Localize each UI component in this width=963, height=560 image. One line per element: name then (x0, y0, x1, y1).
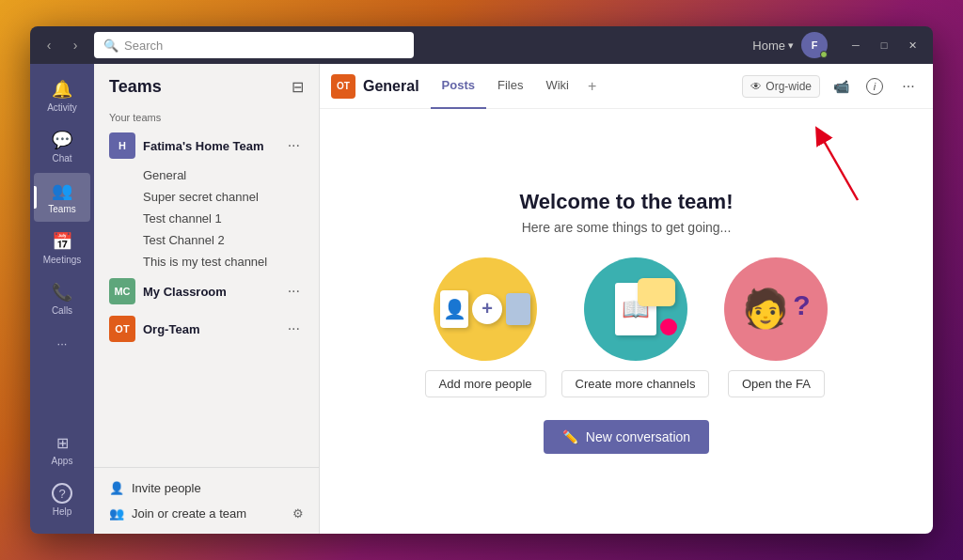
close-button[interactable]: ✕ (899, 34, 925, 56)
nav-forward-button[interactable]: › (64, 34, 87, 56)
sidebar-item-calls[interactable]: 📞 Calls (34, 274, 90, 323)
main-area: OT General Posts Files Wiki + 👁 Org-wide (320, 64, 933, 534)
activity-icon: 🔔 (52, 79, 72, 100)
invite-label: Invite people (132, 481, 201, 495)
channel-item-test1[interactable]: Test channel 1 (98, 208, 315, 229)
invite-people-button[interactable]: 👤 Invite people (105, 475, 308, 501)
team-item-fatima[interactable]: H Fatima's Home Team ··· (98, 127, 315, 164)
new-conversation-button[interactable]: ✏️ New conversation (544, 420, 709, 454)
tab-add-button[interactable]: + (580, 78, 604, 95)
avatar[interactable]: F (801, 32, 828, 58)
sidebar-label-help: Help (53, 506, 72, 517)
channel-item-general[interactable]: General (98, 164, 315, 186)
add-people-button[interactable]: Add more people (425, 370, 546, 397)
nav-buttons: ‹ › (38, 34, 87, 56)
minimize-button[interactable]: ─ (843, 34, 869, 56)
filter-icon[interactable]: ⊟ (292, 78, 304, 96)
header-actions: 👁 Org-wide 📹 i ··· (742, 73, 922, 100)
teams-footer: 👤 Invite people 👥 Join or create a team … (94, 467, 319, 534)
team-item-classroom[interactable]: MC My Classroom ··· (98, 272, 315, 310)
sidebar-item-activity[interactable]: 🔔 Activity (34, 71, 90, 120)
search-icon: 🔍 (103, 39, 118, 53)
join-icon: 👥 (109, 506, 124, 521)
sidebar-item-more[interactable]: ··· (34, 325, 90, 361)
channel-tabs: Posts Files Wiki + (431, 64, 605, 109)
presence-badge (820, 51, 828, 58)
teams-icon: 👥 (52, 180, 72, 201)
team-more-button-classroom[interactable]: ··· (284, 281, 304, 302)
more-options-button[interactable]: ··· (895, 73, 922, 100)
more-options-icon: ··· (902, 78, 914, 95)
sidebar-item-meetings[interactable]: 📅 Meetings (34, 224, 90, 272)
search-bar[interactable]: 🔍 Search (94, 32, 414, 58)
titlebar: ‹ › 🔍 Search Home ▾ F ─ □ ✕ (30, 26, 933, 64)
window-controls: ─ □ ✕ (843, 34, 925, 56)
channel-team-avatar: OT (331, 74, 355, 99)
chat-icon: 💬 (52, 130, 72, 150)
create-channels-illustration: 📖 (584, 257, 687, 361)
sidebar-item-teams[interactable]: 👥 Teams (34, 173, 90, 222)
team-avatar-org: OT (109, 316, 135, 342)
pencil-icon: ✏️ (562, 429, 578, 444)
sidebar-label-apps: Apps (52, 456, 73, 466)
tab-files[interactable]: Files (486, 64, 534, 109)
create-channels-button[interactable]: Create more channels (561, 370, 710, 397)
eye-icon: 👁 (750, 80, 762, 93)
tab-posts[interactable]: Posts (431, 64, 486, 109)
open-fa-illustration: 🧑 ? (724, 257, 828, 361)
main-content: OT General Posts Files Wiki + 👁 Org-wide (320, 64, 933, 534)
teams-header: Teams ⊟ (94, 64, 319, 104)
channel-item-test2[interactable]: Test Channel 2 (98, 229, 315, 251)
teams-panel: Teams ⊟ Your teams H Fatima's Home Team … (94, 64, 320, 534)
org-wide-label: Org-wide (766, 80, 812, 93)
home-chevron-icon: ▾ (788, 39, 794, 52)
app-body: 🔔 Activity 💬 Chat 👥 Teams 📅 Meetings 📞 C… (30, 64, 933, 534)
team-avatar-fatima: H (109, 132, 135, 159)
sidebar-label-calls: Calls (52, 305, 72, 316)
channel-item-test-channel[interactable]: This is my test channel (98, 251, 315, 272)
info-icon: i (866, 78, 883, 95)
icon-sidebar: 🔔 Activity 💬 Chat 👥 Teams 📅 Meetings 📞 C… (30, 64, 94, 534)
open-fa-button[interactable]: Open the FA (728, 370, 825, 397)
join-label: Join or create a team (132, 506, 246, 521)
video-icon: 📹 (833, 79, 849, 94)
welcome-title: Welcome to the team! (520, 190, 734, 214)
team-name-fatima: Fatima's Home Team (143, 139, 284, 153)
help-icon: ? (52, 483, 72, 504)
sidebar-item-apps[interactable]: ⊞ Apps (34, 425, 90, 474)
sidebar-label-chat: Chat (52, 153, 71, 163)
nav-back-button[interactable]: ‹ (38, 34, 60, 56)
create-channels-card: 📖 Create more channels (561, 257, 710, 397)
sidebar-label-activity: Activity (47, 102, 77, 113)
org-wide-button[interactable]: 👁 Org-wide (742, 75, 820, 98)
video-call-button[interactable]: 📹 (828, 73, 854, 100)
sidebar-label-teams: Teams (48, 204, 75, 214)
team-name-org: Org-Team (143, 322, 284, 336)
sidebar-item-help[interactable]: ? Help (34, 475, 90, 524)
team-name-classroom: My Classroom (143, 285, 284, 299)
tab-wiki[interactable]: Wiki (534, 64, 580, 109)
add-people-illustration: 👤 + (434, 257, 537, 361)
channel-item-super-secret[interactable]: Super secret channel (98, 186, 315, 208)
home-label: Home (752, 39, 785, 53)
titlebar-right: Home ▾ F ─ □ ✕ (752, 32, 925, 58)
invite-icon: 👤 (109, 481, 124, 495)
add-people-card: 👤 + Add more people (425, 257, 546, 397)
info-button[interactable]: i (861, 73, 888, 100)
team-avatar-classroom: MC (109, 278, 135, 304)
channel-body: Welcome to the team! Here are some thing… (320, 109, 933, 534)
team-more-button-fatima[interactable]: ··· (284, 135, 304, 156)
maximize-button[interactable]: □ (871, 34, 897, 56)
welcome-subtitle: Here are some things to get going... (522, 220, 732, 235)
calls-icon: 📞 (52, 282, 72, 303)
open-fa-card: 🧑 ? Open the FA (724, 257, 828, 397)
team-item-org[interactable]: OT Org-Team ··· (98, 310, 315, 348)
home-button[interactable]: Home ▾ (752, 39, 794, 53)
search-placeholder-text: Search (124, 39, 163, 53)
team-more-button-org[interactable]: ··· (284, 319, 304, 339)
sidebar-item-chat[interactable]: 💬 Chat (34, 122, 90, 171)
app-window: ‹ › 🔍 Search Home ▾ F ─ □ ✕ (30, 26, 933, 534)
team-settings-icon[interactable]: ⚙ (292, 506, 304, 521)
teams-title: Teams (109, 77, 162, 97)
join-create-team-button[interactable]: 👥 Join or create a team ⚙ (105, 501, 308, 526)
